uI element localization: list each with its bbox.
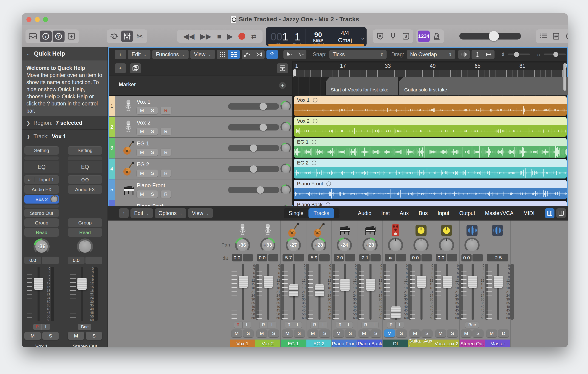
track-volume-slider[interactable] (228, 124, 279, 130)
filter-bus[interactable]: Bus (414, 208, 432, 218)
record-enable-button[interactable]: R (160, 191, 171, 198)
track-volume-slider[interactable] (228, 187, 279, 193)
track-header-eg-1[interactable]: 3EG 1MSR (109, 138, 292, 159)
count-in-icon[interactable]: 1234 (418, 31, 430, 42)
mixer-menu-view[interactable]: View⌄ (188, 208, 213, 218)
input-monitor-button[interactable]: I (293, 322, 302, 328)
channel-name-label[interactable]: Master (485, 340, 510, 347)
audio-region[interactable]: Vox 1 (294, 96, 567, 116)
input-slot[interactable]: ○Input 1 (24, 175, 59, 184)
toolbar-panel-icon[interactable] (65, 31, 77, 42)
rewind-button[interactable]: ◀◀ (183, 32, 194, 41)
lcd-position[interactable]: 00 1 1 BAR BEAT (266, 27, 305, 46)
channel-fader[interactable]: 03691215182124303540455060 (257, 264, 284, 320)
record-enable-button[interactable]: R (234, 322, 242, 328)
track-volume-slider[interactable] (228, 145, 279, 151)
audio-fx-slot[interactable]: Audio FX (68, 185, 102, 194)
horizontal-zoom-slider[interactable] (544, 53, 566, 55)
filter-inst[interactable]: Inst (377, 208, 394, 218)
pan-knob[interactable] (413, 237, 429, 253)
stop-button[interactable]: ■ (217, 32, 221, 41)
mute-button[interactable]: M (137, 149, 147, 156)
master-volume-slider[interactable] (459, 33, 521, 40)
scissors-icon[interactable]: ✂ (134, 31, 146, 42)
mute-button[interactable]: M (308, 330, 318, 337)
record-enable-button[interactable]: R (311, 322, 319, 328)
secondary-tool-button[interactable] (295, 50, 306, 59)
fader-handle[interactable] (239, 276, 248, 288)
channel-name-label[interactable]: EG 2 (306, 340, 331, 347)
channel-fader[interactable]: 03691215182124303540455060 (27, 267, 54, 321)
pan-knob[interactable] (388, 237, 403, 253)
pan-knob[interactable]: -36 (235, 237, 250, 253)
volume-db-value[interactable]: -2.1 (359, 254, 369, 261)
waveform-zoom-icon[interactable] (458, 50, 470, 59)
solo-button[interactable]: S (147, 149, 158, 156)
fader-track[interactable] (289, 264, 299, 320)
channel-name-label[interactable]: EG 1 (281, 340, 306, 347)
record-enable-button[interactable]: R (285, 322, 293, 328)
volume-db-value[interactable]: -5.7 (283, 254, 293, 261)
fader-track[interactable] (442, 264, 452, 320)
bounce-button[interactable]: Bnc (465, 322, 479, 328)
track-header-vox-2[interactable]: 2Vox 2MSR (109, 117, 292, 138)
pan-knob[interactable]: +28 (311, 237, 326, 253)
audio-region[interactable]: EG 1 (294, 138, 567, 158)
volume-db-value[interactable]: 0.0 (68, 256, 84, 264)
solo-button[interactable]: S (294, 330, 304, 337)
solo-button[interactable]: S (147, 170, 158, 177)
eq-display[interactable]: EQ (68, 161, 102, 173)
fader-track[interactable] (366, 264, 375, 320)
wide-strips-icon[interactable] (556, 208, 566, 218)
solo-button[interactable]: S (147, 107, 158, 114)
send-slot-empty[interactable] (24, 205, 59, 208)
channel-name-label[interactable]: Piano Front (332, 340, 357, 347)
record-enable-button[interactable]: R (160, 128, 171, 135)
volume-db-value[interactable]: 0.0 (410, 254, 420, 261)
hide-panel-button[interactable] (277, 64, 288, 73)
fader-track[interactable] (417, 264, 426, 320)
output-slot[interactable]: Stereo Out (24, 209, 59, 217)
quick-help-icon[interactable]: ? (52, 31, 64, 42)
channel-fader[interactable]: 03691215182124303540455060 (435, 264, 463, 320)
fader-handle[interactable] (77, 278, 87, 290)
track-inspector-row[interactable]: ❯ Track: Vox 1 (22, 130, 107, 143)
audio-region[interactable]: Vox 2 (294, 117, 567, 137)
channel-name-label[interactable]: Vox 2 (255, 340, 280, 347)
volume-db-value[interactable]: -2.0 (334, 254, 344, 261)
track-volume-thumb[interactable] (250, 165, 257, 173)
smart-controls-icon[interactable] (108, 31, 120, 42)
channel-name-label[interactable]: Vox 1 (230, 340, 255, 347)
pan-knob[interactable]: +33 (260, 237, 275, 253)
track-header-vox-1[interactable]: 1Vox 1MSR (109, 96, 292, 117)
dim-button[interactable]: D (498, 330, 509, 337)
fader-track[interactable] (263, 264, 273, 320)
volume-db-value[interactable]: 0.0 (462, 254, 472, 261)
fader-track[interactable] (391, 264, 401, 320)
pan-knob[interactable]: -24 (337, 237, 352, 253)
record-enable-button[interactable]: R (336, 322, 344, 328)
play-button[interactable]: ▶ (227, 32, 233, 41)
list-editors-icon[interactable] (537, 31, 549, 42)
pan-knob[interactable] (464, 237, 480, 253)
audio-fx-slot[interactable]: Audio FX (24, 185, 59, 194)
cycle-button[interactable]: ⇄ (251, 33, 256, 40)
volume-db-value[interactable]: -5.9 (308, 254, 319, 261)
solo-button[interactable]: S (371, 330, 381, 337)
stereo-format-button[interactable]: ⊙⊙ (68, 175, 102, 184)
mixer-strip-eg-2[interactable]: +28-5.903691215182124303540455060RIMSEG … (306, 221, 332, 347)
solo-button[interactable]: S (269, 330, 279, 337)
tracks-menu-edit[interactable]: Edit⌄ (128, 50, 150, 59)
mixer-strip-guita-aux-1[interactable]: 0.003691215182124303540455060MSGuita...A… (408, 221, 434, 347)
mute-button[interactable]: M (486, 330, 497, 337)
crossfade-icon[interactable] (253, 50, 265, 59)
mute-button[interactable]: M (231, 330, 242, 337)
record-enable-button[interactable]: R (160, 107, 171, 114)
solo-button[interactable]: S (396, 330, 407, 337)
mixer-mode-tracks[interactable]: Tracks (308, 208, 334, 218)
volume-db-value[interactable]: -∞ (385, 254, 395, 261)
split-regions-icon[interactable] (266, 50, 278, 59)
fader-track[interactable] (493, 264, 503, 320)
add-track-button[interactable]: ＋ (115, 64, 126, 73)
fader-handle[interactable] (391, 307, 400, 318)
